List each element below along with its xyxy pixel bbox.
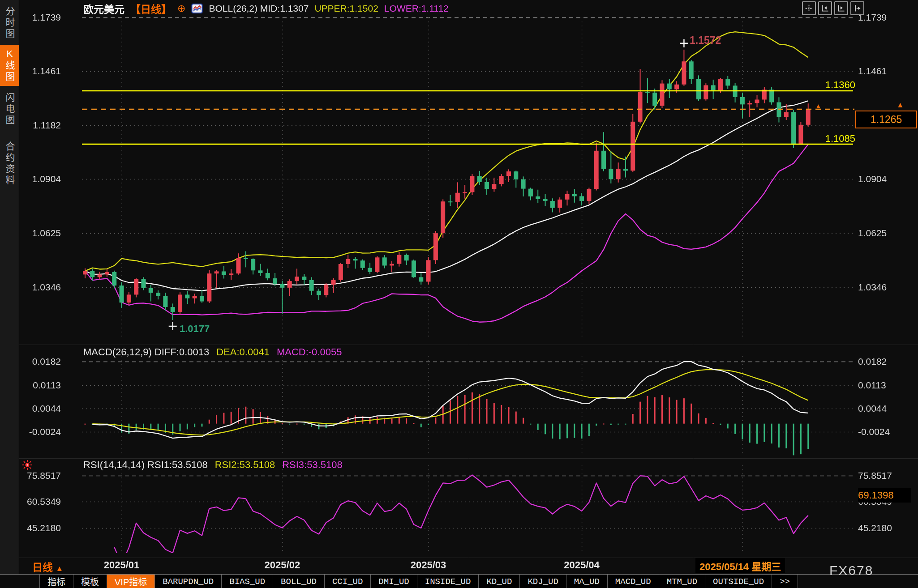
axis-tick-label: 45.2180 <box>858 522 892 534</box>
hot-indicator-icon <box>21 459 33 473</box>
price-up-arrow-icon: ▲ <box>897 102 904 108</box>
rsi2-value: RSI2:53.5108 <box>215 459 275 471</box>
toolbar-spacer <box>0 575 40 588</box>
toolbar-tab-mtm_ud[interactable]: MTM_UD <box>659 575 705 588</box>
pan-right-icon[interactable] <box>850 1 864 15</box>
chart-tool-buttons <box>802 1 864 15</box>
add-indicator-icon[interactable]: ⊕ <box>177 4 185 13</box>
sidebar-item-time-chart[interactable]: 分时图 <box>0 3 19 43</box>
crosshair-move-icon[interactable] <box>802 1 816 15</box>
toolbar-tab-boll_ud[interactable]: BOLL_UD <box>273 575 325 588</box>
symbol-title: 欧元美元 <box>83 1 124 16</box>
axis-tick-label: 0.0113 <box>858 379 886 391</box>
current-price-box: 1.1265 <box>855 111 917 128</box>
axis-tick-label: 1.0625 <box>858 227 887 239</box>
axis-tick-label: 1.1461 <box>858 65 887 77</box>
sidebar-item-contract-info[interactable]: 合约资料 <box>0 134 19 193</box>
period-selector[interactable]: 日线 ▲ <box>32 559 63 574</box>
toolbar-tab-vip[interactable]: VIP指标 <box>107 575 155 588</box>
xaxis-month-label: 2025/01 <box>104 559 140 571</box>
high-price-label: 1.1572 <box>690 34 721 47</box>
xaxis-month-label: 2025/03 <box>411 559 446 571</box>
rsi1-value: RSI(14,14,14) RSI1:53.5108 <box>83 459 208 471</box>
indicator-toolbar: 指标模板VIP指标BARUPDN_UDBIAS_UDBOLL_UDCCI_UDD… <box>0 574 918 588</box>
period-tag[interactable]: 【日线】 <box>130 1 172 16</box>
axis-compress-icon[interactable] <box>818 1 832 15</box>
toolbar-tab-[interactable]: 模板 <box>73 575 107 588</box>
toolbar-tab-ma_ud[interactable]: MA_UD <box>566 575 608 588</box>
sidebar-item-flash-chart[interactable]: 闪电图 <box>0 89 19 130</box>
rsi-header: RSI(14,14,14) RSI1:53.5108 RSI2:53.5108 … <box>83 459 343 471</box>
chart-header: 欧元美元 【日线】 ⊕ BOLL(26,2) MID:1.1307 UPPER:… <box>83 2 449 15</box>
toolbar-tab-[interactable]: >> <box>772 575 798 588</box>
boll-mid-value: BOLL(26,2) MID:1.1307 <box>209 3 309 14</box>
toolbar-tab-outside_ud[interactable]: OUTSIDE_UD <box>705 575 772 588</box>
toolbar-tab-kdj_ud[interactable]: KDJ_UD <box>520 575 566 588</box>
axis-tick-label: 0.0182 <box>858 356 887 367</box>
axis-tick-label: 75.8517 <box>858 470 892 481</box>
axis-tick-label: 0.0044 <box>858 403 887 414</box>
axis-tick-label: -0.0024 <box>858 426 890 438</box>
axis-tick-label: 1.0904 <box>858 173 887 185</box>
macd-header: MACD(26,12,9) DIFF:0.0013 DEA:0.0041 MAC… <box>83 346 342 358</box>
xaxis-month-label: 2025/02 <box>265 559 300 571</box>
low-price-label: 1.0177 <box>180 323 210 335</box>
mini-chart-icon <box>191 3 203 14</box>
boll-lower-value: LOWER:1.1112 <box>384 3 449 14</box>
toolbar-tab-[interactable]: 指标 <box>40 575 73 588</box>
toolbar-tab-bias_ud[interactable]: BIAS_UD <box>222 575 273 588</box>
toolbar-tab-dmi_ud[interactable]: DMI_UD <box>371 575 417 588</box>
left-sidebar: 分时图 K线图 闪电图 合约资料 <box>0 0 19 574</box>
macd-diff-value: MACD(26,12,9) DIFF:0.0013 <box>83 346 209 358</box>
macd-hist-value: MACD:-0.0055 <box>277 346 342 358</box>
current-date-label: 2025/05/14 星期三 <box>695 558 785 573</box>
axis-expand-icon[interactable] <box>834 1 848 15</box>
hline-label-11085: 1.1085 <box>761 133 855 145</box>
toolbar-tabs: 指标模板VIP指标BARUPDN_UDBIAS_UDBOLL_UDCCI_UDD… <box>40 575 798 588</box>
hline-label-11360: 1.1360 <box>761 79 855 91</box>
xaxis-month-label: 2025/04 <box>564 559 600 571</box>
rsi-level-tag: 69.1398 <box>858 488 911 503</box>
last-price-arrow-icon: ▲ <box>815 102 822 109</box>
sidebar-item-candle-chart[interactable]: K线图 <box>0 45 19 86</box>
axis-tick-label: 1.0346 <box>858 281 887 293</box>
brand-watermark: FX678 <box>829 563 873 578</box>
toolbar-tab-inside_ud[interactable]: INSIDE_UD <box>417 575 479 588</box>
toolbar-tab-macd_ud[interactable]: MACD_UD <box>608 575 659 588</box>
rsi3-value: RSI3:53.5108 <box>282 459 343 471</box>
toolbar-tab-kd_ud[interactable]: KD_UD <box>479 575 520 588</box>
toolbar-tab-cci_ud[interactable]: CCI_UD <box>325 575 371 588</box>
macd-dea-value: DEA:0.0041 <box>216 346 270 358</box>
boll-upper-value: UPPER:1.1502 <box>314 3 378 14</box>
period-dropdown-arrow-icon: ▲ <box>56 564 63 573</box>
toolbar-tab-barupdn_ud[interactable]: BARUPDN_UD <box>155 575 222 588</box>
